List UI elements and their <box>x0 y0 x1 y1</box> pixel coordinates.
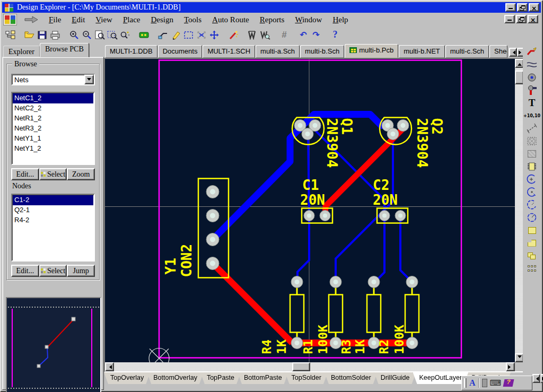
doc-tab-multi1sch[interactable]: MULTI-1.SCH <box>203 45 255 58</box>
place-pad-array-button[interactable] <box>524 262 539 275</box>
explorer-dropdown-arrow[interactable] <box>22 15 40 24</box>
scroll-left-button[interactable] <box>105 362 114 371</box>
net-item[interactable]: NetY1_1 <box>13 134 93 144</box>
net-item[interactable]: NetY1_2 <box>13 144 93 154</box>
doc-tab-multi-b-net[interactable]: multi-b.NET <box>399 45 445 58</box>
doc-tab-sheet1-sch[interactable]: Sheet1.Sch <box>489 45 507 58</box>
close-button[interactable]: × <box>529 3 539 12</box>
doc-tab-multi-b-pcb[interactable]: multi-b.Pcb <box>345 44 398 58</box>
text-find-button[interactable]: A <box>469 378 476 388</box>
move-button[interactable] <box>208 29 221 41</box>
place-arc-angle-button[interactable] <box>524 198 539 211</box>
menu-window[interactable]: Window <box>290 14 327 25</box>
net-item[interactable]: NetC1_2 <box>13 93 93 103</box>
layer-tab-drillguide[interactable]: DrillGuide <box>374 372 416 384</box>
place-pad-button[interactable] <box>524 71 539 84</box>
net-select-button[interactable]: Select <box>39 168 67 180</box>
node-jump-button[interactable]: Jump <box>67 265 95 277</box>
restore-button[interactable] <box>517 3 528 12</box>
place-track-button[interactable] <box>524 46 539 58</box>
menu-tools[interactable]: Tools <box>179 14 207 25</box>
place-fill-region-button[interactable] <box>524 135 539 147</box>
menu-file[interactable]: File <box>43 14 66 25</box>
label-r3-ref[interactable]: R3 <box>339 339 353 354</box>
nodes-list[interactable]: C1-2 Q2-1 R4-2 <box>11 194 95 262</box>
open-button[interactable] <box>23 29 36 41</box>
label-r1-ref[interactable]: R1 <box>301 339 315 354</box>
label-q2-value[interactable]: 2N3904 <box>414 118 430 168</box>
label-c1-ref[interactable]: C1 <box>302 177 319 193</box>
place-fill-button[interactable] <box>524 224 539 237</box>
keyboard-button[interactable]: ⌨ <box>490 378 502 388</box>
place-arc-edge-button[interactable] <box>524 173 539 186</box>
help-book-button[interactable] <box>503 379 514 387</box>
pcb-component-r3[interactable] <box>367 284 381 342</box>
node-item[interactable]: R4-2 <box>13 215 93 225</box>
place-arc-center-button[interactable] <box>524 186 539 198</box>
layer-tab-keepoutlayer[interactable]: KeepOutLayer <box>413 372 469 384</box>
doc-tabs-scroll-left-button[interactable] <box>509 48 517 57</box>
net-item[interactable]: NetR1_2 <box>13 114 93 124</box>
pads[interactable] <box>206 120 418 349</box>
cross-probe-button[interactable] <box>195 29 208 41</box>
undo-button[interactable]: ↶ <box>297 29 310 41</box>
menu-help[interactable]: Help <box>327 14 353 25</box>
toggle-panel-button[interactable] <box>4 29 17 41</box>
board-wizard-button[interactable] <box>138 29 151 41</box>
place-component-button[interactable] <box>524 160 539 173</box>
zoom-out-button[interactable] <box>81 29 93 41</box>
label-y1-ref[interactable]: Y1 <box>163 258 179 274</box>
label-r4-value[interactable]: 1K <box>275 339 288 354</box>
layer-tabs-scroll-right-button[interactable] <box>540 374 543 383</box>
combo-dropdown-button[interactable] <box>84 75 94 84</box>
tab-browse-pcb[interactable]: Browse PCB <box>40 43 89 57</box>
menu-view[interactable]: View <box>90 14 118 25</box>
print-button[interactable] <box>49 29 62 41</box>
layer-tab-topsolder[interactable]: TopSolder <box>285 372 328 384</box>
minimize-button[interactable] <box>505 3 516 12</box>
wizard-button[interactable] <box>227 29 240 41</box>
paste-special-button[interactable] <box>524 249 539 262</box>
label-r2-ref[interactable]: R2 <box>377 339 391 354</box>
place-coax-button[interactable] <box>524 58 539 71</box>
node-select-button[interactable]: Select <box>39 265 67 277</box>
probe-tool-button[interactable] <box>157 29 170 41</box>
grid-toggle-button[interactable]: # <box>278 29 291 41</box>
save-button[interactable] <box>36 29 49 41</box>
label-c2-ref[interactable]: C2 <box>373 177 389 193</box>
place-text-button[interactable]: T <box>524 97 539 109</box>
label-r4-ref[interactable]: R4 <box>260 339 274 354</box>
netlist-load-button[interactable] <box>259 29 272 41</box>
help-button[interactable]: ? <box>329 29 341 41</box>
label-r2-value[interactable]: 100K <box>392 325 406 354</box>
pcb-canvas[interactable]: Q1 2N3904 Q2 2N3904 C1 20N C2 20N Y1 CON… <box>105 59 515 362</box>
node-item[interactable]: Q2-1 <box>13 205 93 215</box>
place-coordinate-button[interactable]: +10,10 <box>524 109 539 122</box>
place-polygon-button[interactable] <box>524 237 539 249</box>
layer-tabs-scroll-left-button[interactable] <box>532 374 540 383</box>
zoom-area-button[interactable] <box>106 29 119 41</box>
label-r1-value[interactable]: 100K <box>316 325 330 354</box>
net-preview-pane[interactable] <box>6 297 101 392</box>
pcb-component-r4[interactable] <box>290 284 304 342</box>
keepout-boundary[interactable] <box>159 60 461 358</box>
toolbar-grip[interactable] <box>464 378 467 388</box>
doc-tab-multi-b-sch[interactable]: multi-b.Sch <box>300 45 344 58</box>
layer-tab-bottomoverlay[interactable]: BottomOverlay <box>147 372 204 384</box>
place-circle-button[interactable] <box>524 211 539 224</box>
node-edit-button[interactable]: Edit... <box>11 265 39 277</box>
zoom-in-button[interactable] <box>68 29 81 41</box>
scroll-right-button[interactable] <box>506 362 515 371</box>
place-polygon-plane-button[interactable] <box>524 147 539 160</box>
doc-tab-documents[interactable]: Documents <box>158 45 203 58</box>
label-q1-value[interactable]: 2N3904 <box>324 118 340 168</box>
selection-button[interactable] <box>182 29 195 41</box>
browse-mode-select[interactable]: Nets <box>11 74 95 85</box>
horizontal-scroll-thumb[interactable] <box>292 362 310 371</box>
layer-tab-bottomsolder[interactable]: BottomSolder <box>325 372 378 384</box>
document-icon[interactable] <box>3 14 17 25</box>
net-item[interactable]: NetC2_2 <box>13 103 93 114</box>
zoom-document-button[interactable] <box>93 29 106 41</box>
menu-place[interactable]: Place <box>118 14 145 25</box>
doc-tab-multi-a-sch[interactable]: multi-a.Sch <box>256 45 300 58</box>
